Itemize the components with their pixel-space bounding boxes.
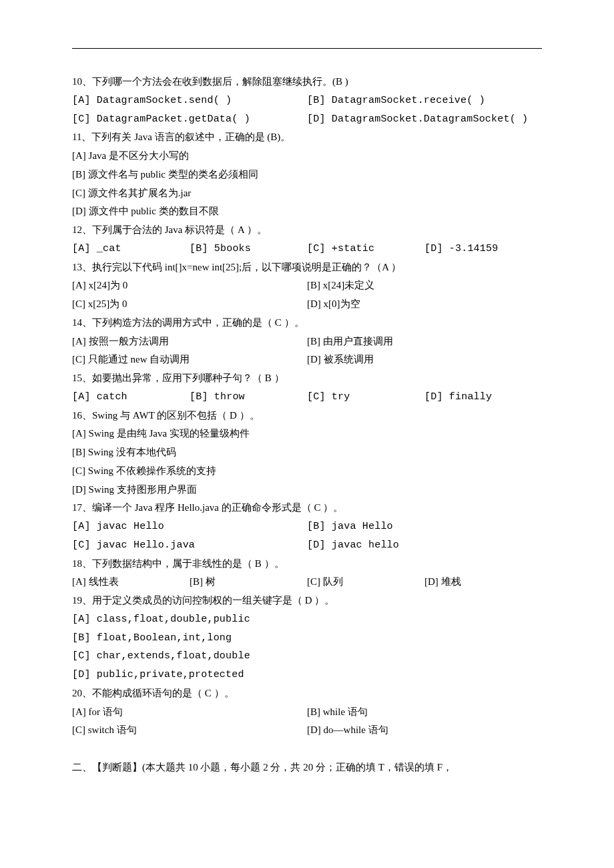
q13-a: [A] x[24]为 0 bbox=[72, 276, 307, 295]
q15-a: [A] catch bbox=[72, 388, 190, 407]
q20-c: [C] switch 语句 bbox=[72, 721, 307, 740]
q11-stem: 11、下列有关 Java 语言的叙述中，正确的是 (B)。 bbox=[72, 128, 542, 147]
q16-b: [B] Swing 没有本地代码 bbox=[72, 443, 542, 462]
q15: 15、如要抛出异常，应用下列哪种子句？（ B ） [A] catch [B] t… bbox=[72, 369, 542, 407]
q18-d: [D] 堆栈 bbox=[424, 573, 542, 592]
q12-c: [C] +static bbox=[307, 240, 424, 258]
q12-stem: 12、下列属于合法的 Java 标识符是（ A ）。 bbox=[72, 221, 542, 240]
q17: 17、编译一个 Java 程序 Hello.java 的正确命令形式是（ C ）… bbox=[72, 499, 542, 554]
q10-d: [D] DatagramSocket.DatagramSocket( ) bbox=[307, 110, 542, 129]
q17-a: [A] javac Hello bbox=[72, 517, 307, 536]
q16-c: [C] Swing 不依赖操作系统的支持 bbox=[72, 462, 542, 481]
q12-d: [D] -3.14159 bbox=[424, 240, 542, 258]
q16-stem: 16、Swing 与 AWT 的区别不包括（ D ）。 bbox=[72, 407, 542, 425]
q11-c: [C] 源文件名其扩展名为.jar bbox=[72, 184, 542, 203]
q19-a: [A] class,float,double,public bbox=[72, 610, 542, 629]
q13-d: [D] x[0]为空 bbox=[307, 295, 542, 314]
q19-stem: 19、用于定义类成员的访问控制权的一组关键字是（ D ）。 bbox=[72, 592, 542, 610]
q10-stem: 10、下列哪一个方法会在收到数据后，解除阻塞继续执行。(B ) bbox=[72, 73, 542, 91]
q12-b: [B] 5books bbox=[190, 240, 307, 258]
q19-d: [D] public,private,protected bbox=[72, 666, 542, 684]
q17-b: [B] java Hello bbox=[307, 517, 542, 536]
q20-a: [A] for 语句 bbox=[72, 703, 307, 722]
q17-stem: 17、编译一个 Java 程序 Hello.java 的正确命令形式是（ C ）… bbox=[72, 499, 542, 517]
q13-b: [B] x[24]未定义 bbox=[307, 276, 542, 295]
section-2-heading: 二、【判断题】(本大题共 10 小题，每小题 2 分，共 20 分；正确的填 T… bbox=[72, 758, 542, 777]
q14-d: [D] 被系统调用 bbox=[307, 351, 542, 369]
q15-b: [B] throw bbox=[190, 388, 307, 407]
q16: 16、Swing 与 AWT 的区别不包括（ D ）。 [A] Swing 是由… bbox=[72, 407, 542, 499]
q20: 20、不能构成循环语句的是（ C ）。 [A] for 语句 [B] while… bbox=[72, 684, 542, 740]
q14-b: [B] 由用户直接调用 bbox=[307, 333, 542, 351]
q16-d: [D] Swing 支持图形用户界面 bbox=[72, 481, 542, 499]
q10-b: [B] DatagramSocket.receive( ) bbox=[307, 91, 542, 110]
q16-a: [A] Swing 是由纯 Java 实现的轻量级构件 bbox=[72, 425, 542, 443]
q14: 14、下列构造方法的调用方式中，正确的是（ C ）。 [A] 按照一般方法调用 … bbox=[72, 314, 542, 369]
q18: 18、下列数据结构中，属于非线性的是（ B ）。 [A] 线性表 [B] 树 [… bbox=[72, 555, 542, 592]
q12-a: [A] _cat bbox=[72, 240, 190, 258]
q19-c: [C] char,extends,float,double bbox=[72, 647, 542, 666]
q18-a: [A] 线性表 bbox=[72, 573, 190, 592]
q14-stem: 14、下列构造方法的调用方式中，正确的是（ C ）。 bbox=[72, 314, 542, 333]
q20-b: [B] while 语句 bbox=[307, 703, 542, 722]
q10-a: [A] DatagramSocket.send( ) bbox=[72, 91, 307, 110]
exam-page: 10、下列哪一个方法会在收到数据后，解除阻塞继续执行。(B ) [A] Data… bbox=[0, 0, 614, 868]
q11-d: [D] 源文件中 public 类的数目不限 bbox=[72, 202, 542, 221]
q13-stem: 13、执行完以下代码 int[]x=new int[25];后，以下哪项说明是正… bbox=[72, 258, 542, 277]
q11-a: [A] Java 是不区分大小写的 bbox=[72, 147, 542, 166]
header-rule bbox=[72, 48, 542, 49]
q11-b: [B] 源文件名与 public 类型的类名必须相同 bbox=[72, 166, 542, 184]
q10-c: [C] DatagramPacket.getData( ) bbox=[72, 110, 307, 129]
q15-d: [D] finally bbox=[424, 388, 542, 407]
q19: 19、用于定义类成员的访问控制权的一组关键字是（ D ）。 [A] class,… bbox=[72, 592, 542, 684]
q17-c: [C] javac Hello.java bbox=[72, 536, 307, 555]
q10: 10、下列哪一个方法会在收到数据后，解除阻塞继续执行。(B ) [A] Data… bbox=[72, 73, 542, 128]
q18-c: [C] 队列 bbox=[307, 573, 424, 592]
section-gap bbox=[72, 740, 542, 758]
q12: 12、下列属于合法的 Java 标识符是（ A ）。 [A] _cat [B] … bbox=[72, 221, 542, 258]
q11: 11、下列有关 Java 语言的叙述中，正确的是 (B)。 [A] Java 是… bbox=[72, 128, 542, 221]
q18-b: [B] 树 bbox=[190, 573, 307, 592]
q14-a: [A] 按照一般方法调用 bbox=[72, 333, 307, 351]
q18-stem: 18、下列数据结构中，属于非线性的是（ B ）。 bbox=[72, 555, 542, 574]
q13: 13、执行完以下代码 int[]x=new int[25];后，以下哪项说明是正… bbox=[72, 258, 542, 314]
q20-stem: 20、不能构成循环语句的是（ C ）。 bbox=[72, 684, 542, 703]
q15-stem: 15、如要抛出异常，应用下列哪种子句？（ B ） bbox=[72, 369, 542, 388]
q15-c: [C] try bbox=[307, 388, 424, 407]
q20-d: [D] do—while 语句 bbox=[307, 721, 542, 740]
q19-b: [B] float,Boolean,int,long bbox=[72, 629, 542, 648]
section-2-text: 二、【判断题】(本大题共 10 小题，每小题 2 分，共 20 分；正确的填 T… bbox=[72, 758, 542, 777]
q13-c: [C] x[25]为 0 bbox=[72, 295, 307, 314]
q14-c: [C] 只能通过 new 自动调用 bbox=[72, 351, 307, 369]
q17-d: [D] javac hello bbox=[307, 536, 542, 555]
